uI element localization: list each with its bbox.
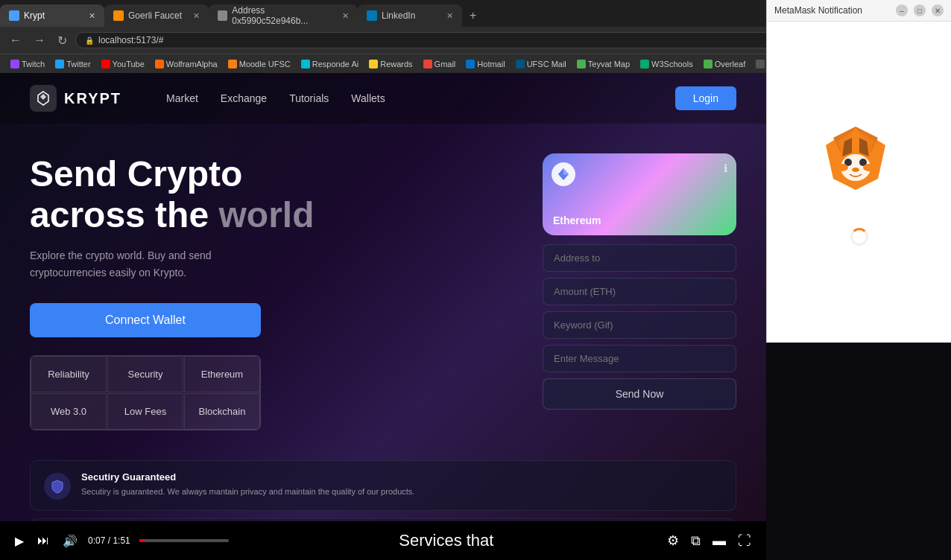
hero-left: Send Crypto across the world Explore the… <box>30 153 513 430</box>
tab-close-address[interactable]: ✕ <box>342 11 349 21</box>
message-input[interactable] <box>543 345 736 372</box>
tab-label-address: Address 0x5990c52e946b... <box>232 5 338 26</box>
bookmark-label-overleaf: Overleaf <box>715 60 746 69</box>
ethereum-card-icon <box>552 162 575 186</box>
feature-ethereum: Ethereum <box>184 356 260 392</box>
bookmark-icon-hotmail <box>466 60 475 69</box>
nav-market[interactable]: Market <box>166 92 198 104</box>
metamask-maximize-button[interactable]: □ <box>914 4 926 16</box>
logo-svg <box>35 90 51 106</box>
bookmark-icon-twitch <box>10 60 19 69</box>
feature-blockchain: Blockchain <box>184 393 260 430</box>
bookmark-label-ufscmail: UFSC Mail <box>527 60 566 69</box>
video-progress-fill <box>139 539 145 542</box>
tab-favicon-address <box>218 10 227 21</box>
logo-icon <box>30 85 57 112</box>
bookmark-icon-gmail <box>423 60 432 69</box>
metamask-close-button[interactable]: ✕ <box>932 4 944 16</box>
send-form: Send Now <box>543 244 736 410</box>
svg-marker-3 <box>558 168 563 175</box>
metamask-minimize-button[interactable]: – <box>896 4 908 16</box>
video-overlay-text: Services that <box>238 531 655 550</box>
bookmark-icon-moodle <box>228 60 237 69</box>
metamask-titlebar: MetaMask Notification – □ ✕ <box>767 0 951 22</box>
bookmark-ufscmail[interactable]: UFSC Mail <box>511 58 571 70</box>
shield-icon <box>50 479 65 494</box>
bookmark-label-youtube: YouTube <box>113 60 145 69</box>
card-info-icon[interactable]: ℹ <box>724 162 727 174</box>
hero-section: Send Crypto across the world Explore the… <box>0 124 766 445</box>
tab-label-goerli: Goerli Faucet <box>128 10 182 21</box>
hero-title-highlight: world <box>218 195 314 235</box>
new-tab-button[interactable]: + <box>462 9 484 22</box>
video-play-button[interactable]: ▶ <box>12 531 27 551</box>
bookmark-label-moodle: Moodle UFSC <box>239 60 291 69</box>
address-text: localhost:5173/# <box>98 35 163 45</box>
bookmark-responde[interactable]: Responde Ai <box>297 58 363 70</box>
service-security-title: Secutiry Guaranteed <box>81 471 414 483</box>
bookmark-gmail[interactable]: Gmail <box>419 58 461 70</box>
metamask-fox-logo <box>811 119 908 216</box>
keyword-gif-input[interactable] <box>543 311 736 339</box>
feature-web3: Web 3.0 <box>31 393 107 430</box>
connect-wallet-button[interactable]: Connect Wallet <box>30 303 261 337</box>
tab-label-krypt: Krypt <box>24 10 45 21</box>
nav-exchange[interactable]: Exchange <box>221 92 267 104</box>
bookmark-label-w3schools: W3Schools <box>651 60 693 69</box>
bookmark-twitch[interactable]: Twitch <box>6 58 49 70</box>
amount-eth-input[interactable] <box>543 278 736 305</box>
bookmark-hotmail[interactable]: Hotmail <box>461 58 509 70</box>
bookmark-teyvat[interactable]: Teyvat Map <box>572 58 634 70</box>
metamask-window-controls: – □ ✕ <box>896 4 944 16</box>
bookmark-rewards[interactable]: Rewards <box>364 58 417 70</box>
video-progress-bar[interactable] <box>139 539 229 542</box>
card-label: Ethereum <box>553 214 601 226</box>
svg-point-18 <box>836 164 848 171</box>
video-miniplayer-button[interactable]: ⧉ <box>688 530 704 552</box>
feature-lowfees: Low Fees <box>107 393 183 430</box>
hero-title: Send Crypto across the world <box>30 153 513 235</box>
video-controls-left: ▶ ⏭ 🔊 0:07 / 1:51 <box>12 531 130 551</box>
back-button[interactable]: ← <box>6 32 25 48</box>
video-fullscreen-button[interactable]: ⛶ <box>735 530 754 552</box>
security-service-icon <box>44 473 71 500</box>
tab-favicon-krypt <box>9 10 19 21</box>
login-button[interactable]: Login <box>675 86 736 110</box>
site-nav-links: Market Exchange Tutorials Wallets <box>166 92 385 104</box>
bookmark-twitter[interactable]: Twitter <box>51 58 95 70</box>
tab-close-goerli[interactable]: ✕ <box>193 11 200 21</box>
tab-linkedin[interactable]: LinkedIn ✕ <box>358 4 462 27</box>
bookmark-icon-wolfram <box>155 60 164 69</box>
tab-krypt[interactable]: Krypt ✕ <box>0 4 104 27</box>
tab-close-linkedin[interactable]: ✕ <box>446 11 453 21</box>
hero-right: ℹ Ethereum Send Now <box>543 153 736 430</box>
loading-spinner <box>850 228 868 246</box>
reload-button[interactable]: ↻ <box>54 32 71 49</box>
bookmark-overleaf[interactable]: Overleaf <box>699 58 751 70</box>
video-skip-button[interactable]: ⏭ <box>34 531 52 550</box>
tab-close-krypt[interactable]: ✕ <box>89 11 95 21</box>
bookmark-w3schools[interactable]: W3Schools <box>636 58 698 70</box>
nav-tutorials[interactable]: Tutorials <box>289 92 329 104</box>
video-time-current: 0:07 <box>88 535 105 546</box>
bookmark-wolfram[interactable]: WolframAlpha <box>151 58 222 70</box>
send-now-button[interactable]: Send Now <box>543 378 736 410</box>
bookmark-icon-twitter <box>55 60 64 69</box>
tab-favicon-goerli <box>113 10 124 21</box>
service-security-content: Secutiry Guaranteed Secutiry is guarante… <box>81 471 414 498</box>
tab-address[interactable]: Address 0x5990c52e946b... ✕ <box>209 4 358 27</box>
video-theater-button[interactable]: ▬ <box>710 530 729 552</box>
bookmark-youtube[interactable]: YouTube <box>97 58 149 70</box>
metamask-fox-svg <box>811 119 900 209</box>
forward-button[interactable]: → <box>30 32 49 48</box>
video-volume-button[interactable]: 🔊 <box>60 531 80 551</box>
website-content: KRYPT Market Exchange Tutorials Wallets … <box>0 73 766 560</box>
address-to-input[interactable] <box>543 244 736 272</box>
crypto-card: ℹ Ethereum <box>543 153 736 235</box>
video-settings-button[interactable]: ⚙ <box>664 529 682 552</box>
bookmark-label-responde: Responde Ai <box>312 60 358 69</box>
metamask-title: MetaMask Notification <box>774 5 862 16</box>
tab-goerli[interactable]: Goerli Faucet ✕ <box>104 4 209 27</box>
nav-wallets[interactable]: Wallets <box>351 92 385 104</box>
bookmark-moodle[interactable]: Moodle UFSC <box>224 58 295 70</box>
